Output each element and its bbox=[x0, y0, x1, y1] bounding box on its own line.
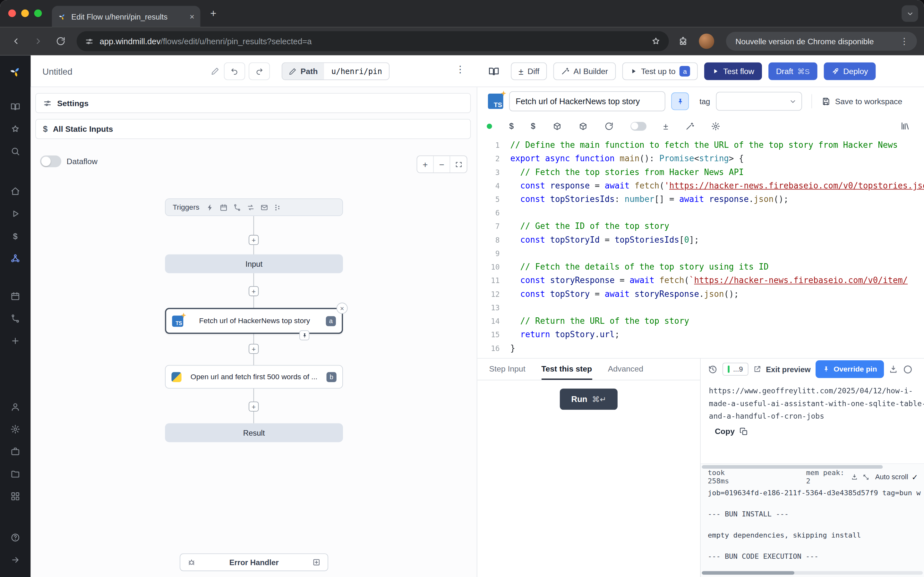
maximize-window-button[interactable] bbox=[34, 9, 42, 17]
editor-mini-toggle[interactable] bbox=[630, 121, 646, 131]
variable-dollar-icon[interactable]: $ bbox=[509, 121, 514, 131]
back-button[interactable] bbox=[7, 32, 25, 50]
sidebar-collapse-button[interactable] bbox=[0, 549, 31, 571]
resource-dollar-icon[interactable]: $ bbox=[531, 121, 535, 131]
copy-result-button[interactable]: Copy bbox=[715, 427, 748, 436]
sidebar-item-help[interactable] bbox=[0, 526, 31, 549]
library-icon[interactable] bbox=[901, 121, 910, 131]
sidebar-item-users[interactable] bbox=[0, 396, 31, 418]
timer-circle-icon[interactable] bbox=[903, 364, 913, 374]
tab-test-this-step[interactable]: Test this step bbox=[541, 359, 592, 380]
tab-advanced[interactable]: Advanced bbox=[608, 359, 643, 380]
sidebar-item-add[interactable] bbox=[0, 330, 31, 352]
step-node-a[interactable]: TS Fetch url of HackerNews top story a bbox=[165, 308, 343, 334]
save-to-workspace-button[interactable]: Save to workspace bbox=[822, 97, 903, 106]
browser-tab[interactable]: Edit Flow u/henri/pin_results × bbox=[52, 6, 200, 27]
code-line[interactable]: 5 const topStoriesIds: number[] = await … bbox=[477, 193, 924, 206]
sidebar-item-workers[interactable] bbox=[0, 440, 31, 463]
code-line[interactable]: 4 const response = await fetch('https://… bbox=[477, 179, 924, 192]
gear-icon[interactable] bbox=[711, 121, 720, 131]
reload-button[interactable] bbox=[52, 32, 69, 50]
flow-more-kebab-icon[interactable]: ⋮ bbox=[453, 63, 468, 75]
deploy-button[interactable]: Deploy bbox=[824, 63, 876, 80]
ai-builder-button[interactable]: AI Builder bbox=[553, 63, 615, 80]
forward-button[interactable] bbox=[29, 32, 47, 50]
redo-button[interactable] bbox=[249, 63, 270, 80]
logs-bottom-scrollbar-track[interactable] bbox=[702, 571, 923, 575]
path-value[interactable]: u/henri/pin bbox=[325, 63, 389, 79]
settings-row[interactable]: Settings bbox=[35, 93, 471, 113]
all-static-inputs-row[interactable]: $ All Static Inputs bbox=[35, 119, 471, 139]
pinned-result-badge[interactable] bbox=[299, 330, 309, 340]
code-line[interactable]: 11 const storyResponse = await fetch(`ht… bbox=[477, 274, 924, 287]
route-swap-icon[interactable] bbox=[247, 203, 255, 211]
run-history-badge[interactable]: ...9 bbox=[722, 363, 748, 376]
browser-menu-kebab-icon[interactable]: ⋮ bbox=[897, 36, 913, 47]
sidebar-item-search[interactable] bbox=[0, 140, 31, 163]
error-handler-node[interactable]: Error Handler bbox=[180, 554, 328, 571]
close-window-button[interactable] bbox=[8, 9, 16, 17]
override-pin-button[interactable]: Override pin bbox=[815, 360, 884, 378]
sidebar-item-home[interactable] bbox=[0, 180, 31, 203]
logs-horizontal-scrollbar[interactable] bbox=[702, 465, 883, 469]
tab-close-icon[interactable]: × bbox=[190, 13, 194, 21]
input-node[interactable]: Input bbox=[165, 254, 343, 273]
draft-button[interactable]: Draft ⌘S bbox=[768, 63, 817, 80]
remove-step-button[interactable]: × bbox=[336, 303, 348, 314]
package-cube-icon[interactable] bbox=[552, 121, 561, 131]
code-line[interactable]: 13 bbox=[477, 301, 924, 314]
extensions-puzzle-icon[interactable] bbox=[678, 36, 688, 46]
code-line[interactable]: 9 bbox=[477, 247, 924, 260]
code-line[interactable]: 16} bbox=[477, 342, 924, 355]
code-line[interactable]: 14 // Return the URL of the top story bbox=[477, 314, 924, 328]
sidebar-item-favorites[interactable] bbox=[0, 118, 31, 140]
windmill-logo-icon[interactable] bbox=[0, 63, 31, 81]
code-line[interactable]: 10 // Fetch the details of the top story… bbox=[477, 260, 924, 274]
url-bar[interactable]: app.windmill.dev/flows/edit/u/henri/pin_… bbox=[77, 31, 669, 51]
code-line[interactable]: 12 const topStory = await storyResponse.… bbox=[477, 287, 924, 301]
window-controls[interactable] bbox=[8, 9, 42, 17]
edit-name-pencil-icon[interactable] bbox=[211, 67, 220, 75]
zoom-out-button[interactable]: − bbox=[434, 156, 450, 172]
code-line[interactable]: 6 bbox=[477, 206, 924, 219]
download-icon[interactable] bbox=[851, 473, 858, 481]
bookmark-star-icon[interactable] bbox=[651, 37, 661, 46]
add-step-button[interactable]: + bbox=[249, 344, 258, 354]
chrome-update-button[interactable]: Nouvelle version de Chrome disponible ⋮ bbox=[726, 32, 917, 51]
undo-button[interactable] bbox=[224, 63, 245, 80]
package-cube-icon[interactable] bbox=[578, 121, 588, 131]
tab-step-input[interactable]: Step Input bbox=[489, 359, 525, 380]
site-info-icon[interactable] bbox=[85, 37, 94, 46]
download-icon[interactable] bbox=[889, 364, 898, 374]
triggers-node[interactable]: Triggers bbox=[165, 198, 343, 216]
sidebar-item-docs[interactable] bbox=[0, 95, 31, 118]
sidebar-item-variables[interactable]: $ bbox=[0, 225, 31, 247]
kafka-dots-icon[interactable] bbox=[274, 203, 282, 211]
test-up-to-button[interactable]: Test up to a bbox=[622, 63, 698, 80]
add-step-button[interactable]: + bbox=[249, 286, 258, 296]
dataflow-toggle[interactable] bbox=[40, 155, 61, 167]
auto-scroll-checkbox[interactable]: ✓ bbox=[912, 472, 918, 482]
docs-book-button[interactable] bbox=[483, 63, 504, 80]
new-tab-button[interactable]: + bbox=[206, 6, 220, 21]
reset-refresh-icon[interactable] bbox=[604, 121, 614, 131]
run-button[interactable]: Run ⌘↵ bbox=[560, 388, 618, 410]
history-icon[interactable] bbox=[708, 364, 718, 374]
fit-view-button[interactable] bbox=[450, 156, 467, 172]
magic-wand-icon[interactable] bbox=[685, 121, 694, 131]
zoom-in-button[interactable]: + bbox=[417, 156, 433, 172]
add-step-button[interactable]: + bbox=[249, 235, 258, 245]
flow-name-field[interactable]: Untitled bbox=[42, 63, 219, 79]
add-step-button[interactable]: + bbox=[249, 402, 258, 412]
path-editor[interactable]: Path u/henri/pin bbox=[282, 63, 390, 80]
code-line[interactable]: 15 return topStory.url; bbox=[477, 328, 924, 342]
code-line[interactable]: 7 // Get the ID of the top story bbox=[477, 219, 924, 233]
tag-select[interactable] bbox=[716, 92, 802, 111]
path-button[interactable]: Path bbox=[282, 63, 325, 79]
step-title-input[interactable] bbox=[509, 91, 666, 111]
bolt-icon[interactable] bbox=[207, 203, 214, 211]
expand-icon[interactable] bbox=[863, 473, 869, 481]
plus-square-icon[interactable] bbox=[312, 558, 320, 566]
sidebar-item-settings[interactable] bbox=[0, 418, 31, 440]
pin-step-button[interactable] bbox=[671, 92, 689, 110]
